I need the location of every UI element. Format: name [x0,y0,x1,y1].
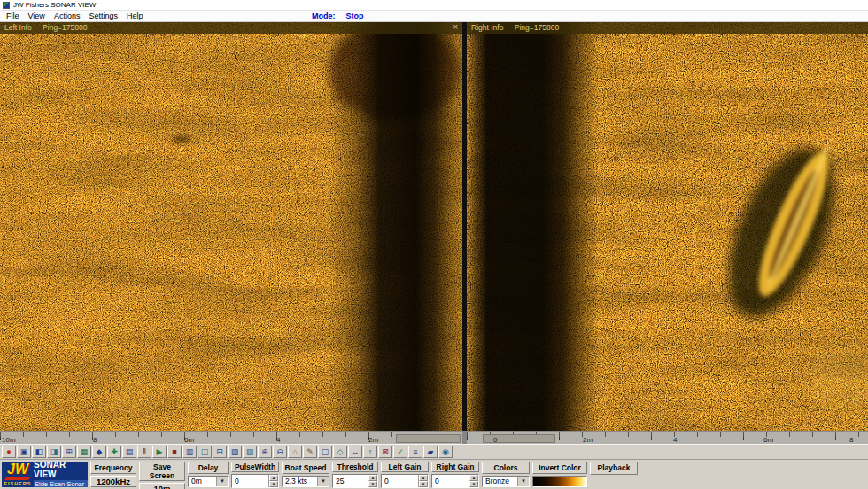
toolbar-icon[interactable]: ▶ [152,446,167,458]
spin-down-icon[interactable]: ▼ [419,481,428,487]
toolbar-icon[interactable]: ▤ [122,446,136,458]
spin-up-icon[interactable]: ▲ [419,475,428,481]
delay-label: Delay [188,462,229,474]
range-ruler-left[interactable]: 10m86m42m [0,431,462,444]
ruler-label: 0 [493,436,497,444]
delay-select[interactable]: 0m ▼ [188,476,229,488]
pulse-width-stepper[interactable]: 0 ▲ ▼ [231,474,279,488]
toolbar-icon[interactable]: ◫ [198,446,212,458]
playback-group: Playback [590,462,638,487]
app-icon [3,2,10,9]
range-value: 10m [139,483,185,489]
menu-item[interactable]: Help [122,12,148,20]
toolbar-icon[interactable]: ▧ [228,446,242,458]
toolbar-icon[interactable]: ● [2,446,16,458]
menu-item[interactable]: File [2,12,24,20]
close-icon[interactable]: × [453,22,458,34]
shipwreck-target [467,22,868,431]
threshold-label: Threshold [332,462,378,472]
toolbar-icon[interactable]: ◧ [32,446,46,458]
playback-button[interactable]: Playback [590,462,638,475]
toolbar-icon[interactable]: ▥ [182,446,197,458]
threshold-group: Threshold 25 ▲ ▼ [332,462,378,487]
spin-down-icon[interactable]: ▼ [469,481,478,487]
chevron-down-icon[interactable]: ▼ [517,477,529,487]
toolbar-icon[interactable]: ↔ [348,446,362,458]
boat-speed-group: Boat Speed 2.3 kts ▼ [282,462,329,487]
toolbar-icon[interactable]: ⊖ [273,446,287,458]
toolbar-icon[interactable]: ≡ [408,446,422,458]
menu-item[interactable]: Settings [84,12,122,20]
jw-fishers-logo: JW FISHERS [2,462,34,487]
toolbar-icon[interactable]: ◉ [438,446,453,458]
menu-item[interactable]: View [24,12,50,20]
ruler-label: 4 [673,436,677,444]
toolbar-icon[interactable]: ▢ [318,446,332,458]
right-gain-value: 0 [432,475,469,487]
mode-indicator: Mode: Stop [312,11,364,21]
frequency-group: Frequency 1200kHz [90,462,136,487]
spin-up-icon[interactable]: ▲ [469,475,478,481]
fishers-logo-text: FISHERS [2,481,34,486]
toolbar-icon[interactable]: ◆ [92,446,106,458]
toolbar-icon[interactable]: ‖ [137,446,151,458]
colors-select[interactable]: Bronze ▼ [482,476,530,488]
toolbar-icon[interactable]: ⊞ [62,446,76,458]
spin-up-icon[interactable]: ▲ [269,475,278,481]
playback-spacer [590,477,638,488]
right-gain-stepper[interactable]: 0 ▲ ▼ [431,474,479,488]
toolbar: ● ▣ ◧ ◨ ⊞ ▦ ◆ ✚ ▤ ‖ ▶ ■ ▥ ◫ ⊟ ▧ [0,444,868,459]
sonar-panel-left[interactable]: Left Info Ping=175800 × [0,22,462,431]
sonar-panel-right[interactable]: Right Info Ping=175800 [467,22,868,431]
control-bar: JW FISHERS SONAR VIEW Side Scan Sonar Fr… [0,459,868,489]
ruler-label: 6m [763,436,773,444]
sonar-features-left [0,22,462,431]
jw-logo-text: JW [2,462,34,477]
toolbar-icon[interactable]: ⊟ [213,446,227,458]
toolbar-icon[interactable]: ⌂ [288,446,302,458]
left-gain-value: 0 [382,475,418,487]
ruler-label: 10m [2,436,16,444]
pulse-width-label: PulseWidth [231,462,279,472]
toolbar-icon[interactable]: ■ [167,446,182,458]
scroll-thumb-left[interactable] [396,434,461,443]
toolbar-icon[interactable]: ✎ [303,446,317,458]
toolbar-icon[interactable]: ▨ [243,446,257,458]
toolbar-icon[interactable]: ↕ [363,446,377,458]
title-bar: JW Fishers SONAR VIEW [0,0,868,11]
spin-down-icon[interactable]: ▼ [269,481,278,487]
toolbar-icon[interactable]: ⊕ [258,446,272,458]
spin-down-icon[interactable]: ▼ [368,481,377,487]
toolbar-icon[interactable]: ⊠ [378,446,392,458]
toolbar-icon[interactable]: ◨ [47,446,61,458]
delay-group: Delay 0m ▼ [188,462,229,487]
toolbar-icon[interactable]: ✚ [107,446,121,458]
toolbar-icon[interactable]: ▦ [77,446,91,458]
range-ruler-right[interactable]: 02m46m8 [467,431,868,444]
brand-title: SONAR VIEW [34,462,88,479]
toolbar-icon[interactable]: ▣ [17,446,31,458]
toolbar-icon[interactable]: ✓ [393,446,407,458]
chevron-down-icon[interactable]: ▼ [317,477,329,487]
chevron-down-icon[interactable]: ▼ [216,477,228,487]
left-panel-header: Left Info Ping=175800 × [0,22,462,34]
menu-item[interactable]: Actions [50,12,85,20]
spin-up-icon[interactable]: ▲ [368,475,377,481]
right-panel-ping: Ping=175800 [515,23,559,32]
colormap-swatch[interactable] [532,476,587,488]
pulse-width-value: 0 [232,475,268,487]
app-window: JW Fishers SONAR VIEW File View Actions … [0,0,868,489]
ruler-label: 8 [93,436,97,444]
threshold-value: 25 [333,475,368,487]
brand-subtitle: Side Scan Sonar [34,480,88,487]
invert-color-label: Invert Color [532,462,587,474]
left-gain-stepper[interactable]: 0 ▲ ▼ [381,474,429,488]
threshold-stepper[interactable]: 25 ▲ ▼ [332,474,378,488]
save-screen-button[interactable]: Save Screen [139,462,185,481]
ruler-label: 6m [184,436,194,444]
toolbar-icon[interactable]: ◇ [333,446,347,458]
colors-label: Colors [482,462,530,474]
toolbar-icon[interactable]: ▰ [423,446,438,458]
boat-speed-select[interactable]: 2.3 kts ▼ [282,476,329,488]
left-gain-group: Left Gain 0 ▲ ▼ [381,462,429,487]
